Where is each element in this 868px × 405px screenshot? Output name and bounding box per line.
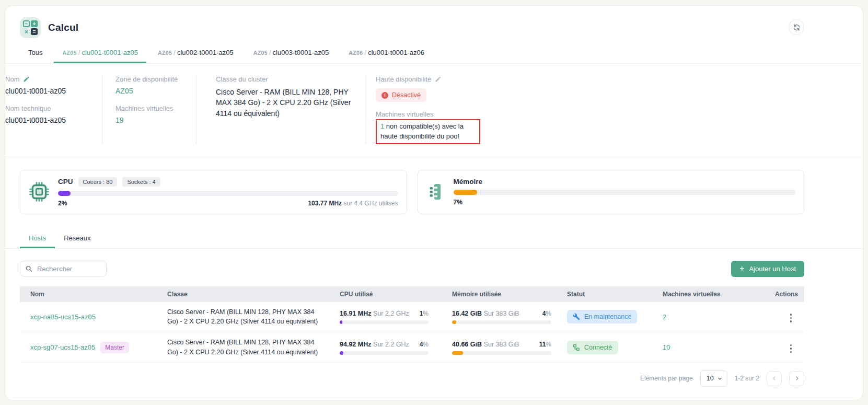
hosts-table: Nom Classe CPU utilisé Mémoire utilisée … [5,286,863,387]
tab-separator: / [365,49,367,56]
ha-status-badge: ! Désactivé [376,88,426,102]
cpu-usage: 94.92 MHz Sur 2.2 GHz [340,340,409,348]
refresh-icon [793,24,801,31]
vm-count[interactable]: 10 [652,338,766,356]
edit-name-icon[interactable] [23,76,30,83]
memory-icon [426,182,445,202]
cpu-bar-fill [340,320,342,324]
cpu-progress-track [58,191,398,196]
add-host-button[interactable]: + Ajouter un Host [731,261,804,277]
ha-warning-count: 1 [380,122,384,130]
memory-bar-track [452,351,551,355]
tab-separator: / [173,49,176,56]
cpu-progress-fill [58,191,71,196]
cpu-card-title: CPU [58,178,73,186]
tab-clu001-t0001-az06[interactable]: AZ06/clu001-t0001-az06 [340,49,433,63]
plus-icon: + [739,264,744,273]
tab-reseaux[interactable]: Réseaux [55,228,99,248]
cpu-percent: 2 [58,200,62,207]
cpu-usage-text: 103.77 MHz sur 4.4 GHz utilisés [308,200,398,207]
vm-count-label: Machines virtuelles [115,105,186,112]
row-actions-menu-icon[interactable] [788,311,794,325]
hosts-toolbar: + Ajouter un Host [5,261,863,277]
host-class: Cisco Server - RAM (BILL MIN 128, PHY MA… [157,332,329,363]
chevron-left-icon [771,375,778,381]
alert-icon: ! [381,92,388,99]
technical-name-value: clu001-t0001-az05 [5,116,91,124]
previous-page-button[interactable] [767,371,782,386]
tab-separator: / [78,49,80,56]
cpu-bar-fill [340,351,343,355]
tab-clu003-t0001-az05[interactable]: AZ05/clu003-t0001-az05 [245,49,338,63]
table-row: xcp-sg07-ucs15-az05 Master Cisco Server … [20,332,804,363]
vm-count[interactable]: 2 [652,308,766,326]
memory-usage: 16.42 GiB Sur 383 GiB [452,309,519,317]
zone-value: AZ05 [115,87,186,95]
col-machines-virtuelles: Machines virtuelles [652,286,766,302]
cpu-card: CPU Coeurs : 80 Sockets : 4 2% 103.77 MH… [20,170,407,214]
name-label-row: Nom [5,75,91,83]
host-class: Cisco Server - RAM (BILL MIN 128, PHY MA… [157,302,329,332]
memory-bar-track [452,320,551,324]
tab-clu001-t0001-az05[interactable]: AZ05/clu001-t0001-az05 [54,49,146,63]
col-actions: Actions [766,286,811,302]
master-badge: Master [100,342,129,353]
ha-warning-box: 1 non compatible(s) avec la haute dispon… [376,119,480,144]
resource-cards: CPU Coeurs : 80 Sockets : 4 2% 103.77 MH… [5,170,863,214]
table-row: xcp-na85-ucs15-az05 Cisco Server - RAM (… [20,302,804,333]
page-title: Calcul [48,22,78,33]
row-actions-menu-icon[interactable] [788,342,794,355]
memory-card: Mémoire 7% [418,170,805,214]
cluster-tabs: Tous AZ05/clu001-t0001-az05 AZ05/clu002-… [5,49,863,64]
tab-tous[interactable]: Tous [20,49,51,63]
next-page-button[interactable] [789,371,804,386]
memory-bar-fill [452,351,463,355]
zone-label: Zone de disponibilité [115,75,186,83]
memory-usage: 40.66 GiB Sur 383 GiB [452,340,519,348]
col-classe: Classe [157,286,329,302]
col-statut: Statut [557,286,652,302]
items-per-page-label: Eléments par page [640,375,693,382]
cpu-bar-track [340,320,429,324]
refresh-button[interactable] [789,19,804,35]
edit-ha-icon[interactable] [435,76,442,83]
tab-clu002-t0001-az05[interactable]: AZ05/clu002-t0001-az05 [149,49,242,63]
col-cpu: CPU utilisé [329,286,442,302]
memory-percent: 7 [454,199,457,206]
cluster-class-label: Classe du cluster [216,75,355,83]
cpu-icon [29,181,50,202]
tab-hosts[interactable]: Hosts [20,228,55,248]
ha-warning-text: non compatible(s) avec la haute disponib… [380,122,464,140]
pagination: Eléments par page 10 1-2 sur 2 [20,371,804,387]
cpu-usage: 16.91 MHz Sur 2.2 GHz [340,309,409,317]
memory-progress-fill [454,190,478,195]
section-tabs: Hosts Réseaux [5,228,863,249]
cpu-cores-badge: Coeurs : 80 [78,177,118,187]
chevron-right-icon [794,375,800,381]
search-icon [25,265,32,272]
calculator-icon: − + × = [20,17,41,38]
page-header: − + × = Calcul [5,6,863,38]
col-nom: Nom [20,286,157,302]
pagination-range: 1-2 sur 2 [735,375,759,382]
host-name-link[interactable]: xcp-sg07-ucs15-az05 [30,343,95,351]
memory-bar-fill [452,320,456,324]
page-size-select[interactable]: 10 [700,371,727,387]
search-input[interactable] [20,261,107,276]
cpu-bar-track [340,351,429,355]
cluster-name-value: clu001-t0001-az05 [5,87,91,95]
status-badge: Connecté [567,341,618,354]
memory-progress-track [454,190,796,195]
table-header: Nom Classe CPU utilisé Mémoire utilisée … [20,286,804,302]
status-badge: En maintenance [567,310,637,323]
main-panel: − + × = Calcul Tous AZ05/clu001-t0001-az… [5,5,863,401]
vm-count-value: 19 [115,116,186,124]
chevron-down-icon [717,376,722,381]
host-name-link[interactable]: xcp-na85-ucs15-az05 [30,313,96,321]
maintenance-icon [573,313,580,320]
cluster-details: Nom clu001-t0001-az05 Nom technique clu0… [5,64,863,158]
col-memoire: Mémoire utilisée [442,286,557,302]
tab-separator: / [269,49,271,56]
ha-vm-label: Machines virtuelles [376,110,480,118]
cluster-class-value: Cisco Server - RAM (BILL MIN 128, PHY MA… [216,87,355,119]
